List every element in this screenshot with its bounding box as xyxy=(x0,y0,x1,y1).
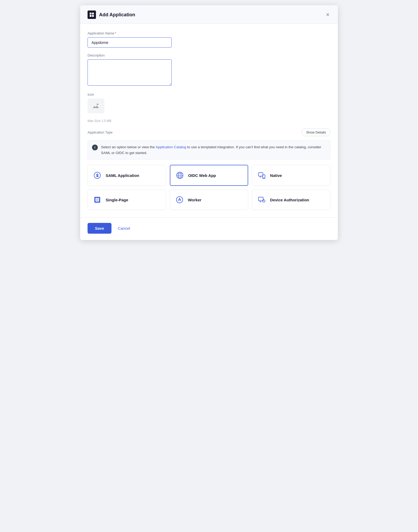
max-size-text: Max Size 1.0 MB xyxy=(88,119,330,123)
svg-rect-3 xyxy=(92,15,94,17)
info-text: Select an option below or view the Appli… xyxy=(101,144,326,156)
worker-label: Worker xyxy=(188,198,201,202)
application-catalog-link[interactable]: Application Catalog xyxy=(156,145,186,149)
app-name-group: Application Name* xyxy=(88,31,330,48)
modal-body: Application Name* Description Icon Max S… xyxy=(80,24,338,210)
app-type-single-page[interactable]: Single-Page xyxy=(88,190,166,210)
single-page-label: Single-Page xyxy=(106,198,128,202)
app-type-label: Application Type xyxy=(88,130,113,134)
svg-rect-6 xyxy=(96,176,98,177)
app-type-grid: SAML Application OIDC Web App xyxy=(88,165,330,210)
svg-rect-2 xyxy=(90,15,91,17)
header-left: Add Application xyxy=(88,11,135,19)
description-textarea[interactable] xyxy=(88,59,172,86)
app-type-device-authorization[interactable]: Device Authorization xyxy=(252,190,330,210)
saml-label: SAML Application xyxy=(106,173,139,178)
worker-icon xyxy=(175,195,184,204)
modal-title: Add Application xyxy=(99,12,135,18)
app-type-worker[interactable]: Worker xyxy=(170,190,248,210)
single-page-icon xyxy=(93,195,102,204)
icon-group: Icon xyxy=(88,93,330,113)
description-label: Description xyxy=(88,53,330,57)
modal-header: Add Application × xyxy=(80,5,338,24)
native-icon xyxy=(257,171,266,180)
saml-icon xyxy=(93,171,102,180)
device-authorization-label: Device Authorization xyxy=(270,198,309,202)
device-authorization-icon xyxy=(257,195,266,204)
svg-rect-19 xyxy=(96,198,99,201)
app-type-native[interactable]: Native xyxy=(252,165,330,186)
app-name-label: Application Name* xyxy=(88,31,330,35)
show-details-button[interactable]: Show Details xyxy=(302,129,330,136)
oidc-web-icon xyxy=(175,171,185,180)
app-name-input[interactable] xyxy=(88,37,172,48)
oidc-web-label: OIDC Web App xyxy=(188,173,216,178)
save-button[interactable]: Save xyxy=(88,223,111,234)
icon-upload-area[interactable] xyxy=(88,99,104,113)
info-icon: ! xyxy=(92,145,98,150)
svg-rect-12 xyxy=(258,173,263,176)
svg-point-26 xyxy=(264,201,264,201)
modal-footer: Save Cancel xyxy=(80,217,338,240)
add-application-modal: Add Application × Application Name* Desc… xyxy=(80,5,338,240)
app-type-oidc-web[interactable]: OIDC Web App xyxy=(170,165,248,186)
info-box: ! Select an option below or view the App… xyxy=(88,140,330,160)
close-button[interactable]: × xyxy=(325,11,330,19)
app-header-icon xyxy=(88,11,96,19)
svg-rect-0 xyxy=(90,13,91,14)
app-type-header: Application Type Show Details xyxy=(88,129,330,136)
svg-rect-1 xyxy=(92,13,94,14)
app-type-saml[interactable]: SAML Application xyxy=(88,165,166,186)
cancel-button[interactable]: Cancel xyxy=(116,223,132,234)
native-label: Native xyxy=(270,173,282,178)
description-group: Description xyxy=(88,53,330,87)
svg-point-4 xyxy=(97,104,98,105)
icon-label: Icon xyxy=(88,93,330,96)
